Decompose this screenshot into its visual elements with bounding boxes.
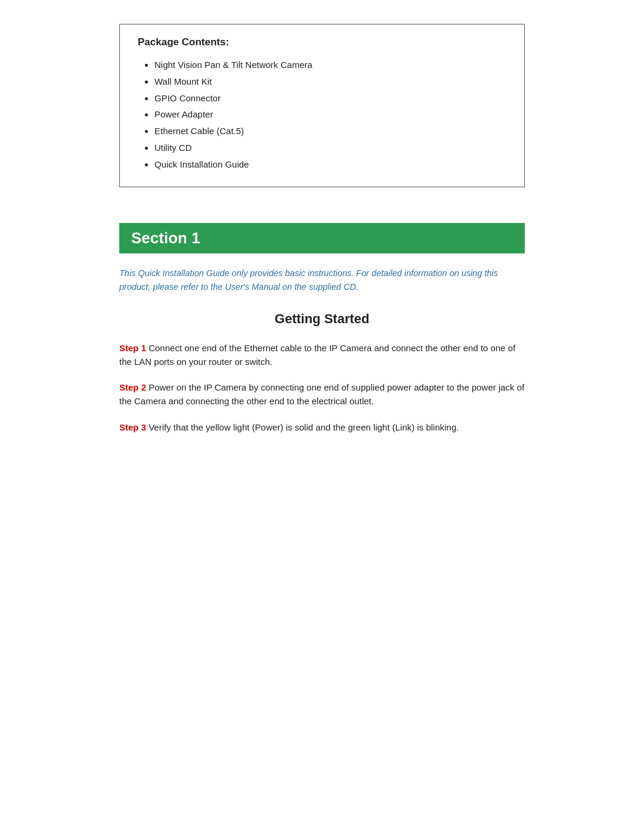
- step-1: Step 1 Connect one end of the Ethernet c…: [119, 341, 525, 369]
- list-item: GPIO Connector: [154, 90, 506, 107]
- section-banner: Section 1: [119, 223, 525, 253]
- section-label: Section 1: [131, 229, 200, 247]
- package-contents-title: Package Contents:: [138, 36, 506, 48]
- step-3-text: Verify that the yellow light (Power) is …: [146, 422, 459, 432]
- package-contents-list: Night Vision Pan & Tilt Network Camera W…: [138, 57, 506, 172]
- step-3: Step 3 Verify that the yellow light (Pow…: [119, 420, 525, 434]
- list-item: Night Vision Pan & Tilt Network Camera: [154, 57, 506, 73]
- steps-container: Step 1 Connect one end of the Ethernet c…: [119, 341, 525, 434]
- section-note-text: This Quick Installation Guide only provi…: [119, 268, 498, 292]
- list-item: Utility CD: [154, 140, 506, 156]
- step-1-text: Connect one end of the Ethernet cable to…: [119, 343, 515, 367]
- list-item: Power Adapter: [154, 106, 506, 123]
- getting-started-title: Getting Started: [119, 311, 525, 327]
- list-item: Ethernet Cable (Cat.5): [154, 123, 506, 140]
- package-contents-box: Package Contents: Night Vision Pan & Til…: [119, 24, 525, 187]
- list-item: Wall Mount Kit: [154, 73, 506, 90]
- step-2-label: Step 2: [119, 382, 146, 392]
- list-item: Quick Installation Guide: [154, 156, 506, 173]
- step-2-text: Power on the IP Camera by connecting one…: [119, 382, 524, 406]
- step-3-label: Step 3: [119, 422, 146, 432]
- section-note: This Quick Installation Guide only provi…: [119, 267, 525, 294]
- step-2: Step 2 Power on the IP Camera by connect…: [119, 380, 525, 408]
- step-1-label: Step 1: [119, 343, 146, 353]
